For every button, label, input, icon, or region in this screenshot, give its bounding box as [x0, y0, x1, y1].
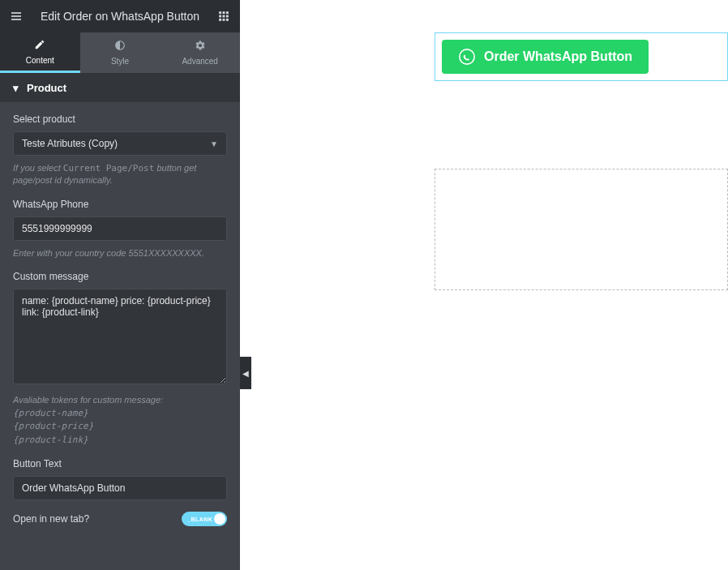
- whatsapp-button[interactable]: Order WhatsApp Button: [442, 40, 649, 74]
- apps-icon[interactable]: [214, 6, 233, 26]
- tab-content[interactable]: Content: [0, 32, 80, 73]
- selected-widget-frame[interactable]: Order WhatsApp Button: [435, 32, 728, 81]
- gear-icon: [195, 40, 206, 54]
- button-text-input[interactable]: [13, 476, 227, 500]
- message-label: Custom message: [13, 271, 227, 282]
- phone-hint: Enter with your country code 5551XXXXXXX…: [13, 247, 227, 259]
- preview-canvas: Order WhatsApp Button: [240, 0, 728, 570]
- field-open-new-tab: Open in new tab? _BLANK: [13, 512, 227, 526]
- tokens-hint: Avaliable tokens for custom message: {pr…: [13, 394, 227, 447]
- field-button-text: Button Text: [13, 458, 227, 500]
- svg-rect-8: [226, 15, 229, 18]
- open-new-tab-toggle[interactable]: _BLANK: [182, 512, 227, 526]
- editor-tabs: Content Style Advanced: [0, 32, 240, 73]
- phone-input[interactable]: [13, 216, 227, 241]
- editor-sidebar: Edit Order on WhatsApp Button Content St…: [0, 0, 240, 570]
- field-message: Custom message name: {product-name} pric…: [13, 271, 227, 447]
- open-new-tab-label: Open in new tab?: [13, 513, 89, 525]
- collapse-sidebar-handle[interactable]: ◀: [240, 357, 251, 389]
- tab-style-label: Style: [111, 57, 129, 66]
- select-product-hint: If you select Current Page/Post button g…: [13, 162, 227, 187]
- panel-header: Edit Order on WhatsApp Button: [0, 0, 240, 32]
- message-textarea[interactable]: name: {product-name} price: {product-pri…: [13, 289, 227, 384]
- svg-rect-4: [223, 11, 225, 14]
- field-select-product: Select product Teste Atributes (Copy) ▼ …: [13, 114, 227, 187]
- tab-style[interactable]: Style: [80, 32, 161, 73]
- section-body: Select product Teste Atributes (Copy) ▼ …: [0, 102, 240, 570]
- svg-rect-9: [219, 19, 221, 21]
- svg-rect-6: [219, 15, 221, 18]
- tab-advanced-label: Advanced: [182, 57, 217, 66]
- select-product-value: Teste Atributes (Copy): [22, 138, 118, 149]
- svg-rect-10: [223, 19, 225, 21]
- select-product-dropdown[interactable]: Teste Atributes (Copy) ▼: [13, 131, 227, 156]
- empty-widget-placeholder[interactable]: [435, 169, 728, 290]
- pencil-icon: [34, 39, 45, 53]
- svg-rect-3: [219, 11, 221, 14]
- svg-rect-11: [226, 19, 229, 21]
- phone-label: WhatsApp Phone: [13, 199, 227, 210]
- section-header-product[interactable]: ▾ Product: [0, 73, 240, 102]
- contrast-icon: [114, 40, 126, 54]
- svg-point-12: [460, 49, 474, 64]
- panel-title: Edit Order on WhatsApp Button: [32, 10, 208, 23]
- section-title: Product: [27, 82, 66, 94]
- svg-rect-7: [223, 15, 225, 18]
- field-phone: WhatsApp Phone Enter with your country c…: [13, 199, 227, 259]
- toggle-knob: [214, 513, 225, 525]
- svg-rect-5: [226, 11, 229, 14]
- button-text-label: Button Text: [13, 458, 227, 469]
- whatsapp-button-label: Order WhatsApp Button: [484, 49, 632, 64]
- tab-content-label: Content: [26, 56, 54, 65]
- select-product-label: Select product: [13, 114, 227, 125]
- caret-down-icon: ▾: [13, 82, 19, 94]
- chevron-down-icon: ▼: [210, 139, 218, 148]
- chevron-left-icon: ◀: [242, 369, 249, 378]
- whatsapp-icon: [458, 48, 476, 66]
- menu-icon[interactable]: [6, 6, 26, 26]
- tab-advanced[interactable]: Advanced: [160, 32, 240, 73]
